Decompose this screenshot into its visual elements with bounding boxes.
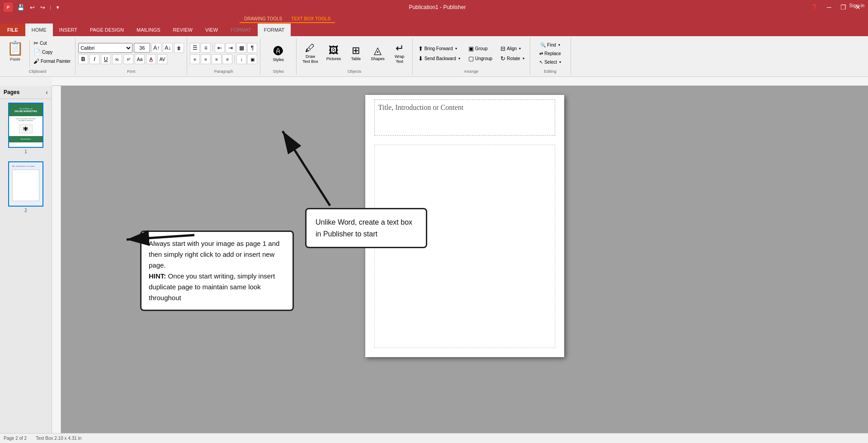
- pictures-button[interactable]: 🖼 Pictures: [323, 44, 344, 63]
- font-name-select[interactable]: Calibri: [78, 43, 132, 53]
- bring-forward-button[interactable]: ⬆ Bring Forward ▾: [415, 44, 463, 53]
- shading-btn[interactable]: ▣: [247, 54, 257, 64]
- para-row1: ☰ ≡ ⇤ ⇥ ▦ ¶: [190, 43, 257, 53]
- send-backward-button[interactable]: ⬇ Send Backward ▾: [415, 54, 463, 63]
- tab-format-drawing[interactable]: FORMAT: [224, 24, 258, 36]
- change-case-btn[interactable]: Aa: [135, 54, 145, 64]
- send-backward-dropdown[interactable]: ▾: [458, 57, 460, 61]
- wrap-text-button[interactable]: ↵ WrapText: [390, 42, 410, 66]
- numbering-btn[interactable]: ≡: [201, 43, 211, 53]
- minimize-btn[interactable]: ─: [823, 3, 835, 12]
- pages-collapse-btn[interactable]: ‹: [46, 89, 48, 96]
- window-title: Publication1 - Publisher: [67, 4, 807, 10]
- replace-icon: ⇄: [539, 51, 543, 56]
- callout-2-text: Unlike Word, create a text box in Publis…: [316, 218, 412, 238]
- line-spacing-btn[interactable]: ↕: [236, 54, 246, 64]
- bring-forward-dropdown[interactable]: ▾: [455, 47, 457, 51]
- find-button[interactable]: 🔍 Find ▾: [538, 41, 562, 49]
- styles-button[interactable]: 🅐 Styles: [270, 44, 286, 63]
- page-1-thumbnail[interactable]: The 5 Pillars of ONLINE MARKETING How to…: [0, 99, 52, 158]
- thumb2-title: Title, Introduction or Content: [11, 164, 41, 168]
- tab-file[interactable]: FILE: [0, 24, 25, 36]
- save-quick-btn[interactable]: 💾: [15, 3, 26, 12]
- page-1-thumb-image: The 5 Pillars of ONLINE MARKETING How to…: [8, 103, 43, 148]
- align-dropdown[interactable]: ▾: [519, 47, 521, 51]
- bullets-btn[interactable]: ☰: [190, 43, 200, 53]
- shapes-button[interactable]: ◬ Shapes: [368, 44, 388, 63]
- cut-button[interactable]: ✂ Cut: [32, 39, 72, 47]
- rotate-label: Rotate: [507, 56, 520, 61]
- drawing-tools-context-label[interactable]: DRAWING TOOLS: [240, 15, 287, 23]
- font-size-decrease-btn[interactable]: A↓: [163, 43, 173, 53]
- tab-home[interactable]: HOME: [25, 24, 53, 36]
- rotate-button[interactable]: ↻ Rotate ▾: [498, 54, 527, 63]
- ruler-vertical: [52, 86, 61, 442]
- superscript-btn[interactable]: x²: [123, 54, 133, 64]
- tab-insert[interactable]: INSERT: [53, 24, 84, 36]
- thumb1-footer: Patrick Flynn: [9, 136, 42, 142]
- canvas-area[interactable]: Title, Introduction or Content Always st…: [61, 86, 868, 442]
- styles-icon: 🅐: [274, 46, 283, 57]
- object-status: Text Box 2.10 x 4.31 in: [36, 436, 81, 441]
- text-box-tools-context-label[interactable]: TEXT BOX TOOLS: [287, 15, 335, 23]
- font-group-label: Font: [127, 68, 135, 74]
- send-backward-icon: ⬇: [418, 55, 423, 62]
- group-button[interactable]: ▣ Group: [466, 44, 495, 53]
- replace-button[interactable]: ⇄ Replace: [537, 50, 564, 57]
- objects-group-label: Objects: [348, 68, 362, 74]
- show-hide-btn[interactable]: ¶: [247, 43, 257, 53]
- clear-format-btn[interactable]: 🗑: [174, 43, 184, 53]
- tab-mailings[interactable]: MAILINGS: [130, 24, 167, 36]
- paste-button[interactable]: 📋 Paste: [3, 39, 28, 68]
- subscript-btn[interactable]: x₂: [112, 54, 122, 64]
- tab-format-textbox[interactable]: FORMAT: [258, 24, 291, 36]
- group-icon: ▣: [468, 45, 474, 52]
- align-center-btn[interactable]: ≡: [201, 54, 211, 64]
- columns-btn[interactable]: ▦: [236, 43, 246, 53]
- para-row2: ≡ ≡ ≡ ≡ ↕ ▣: [190, 54, 257, 64]
- align-button[interactable]: ⊟ Align ▾: [498, 44, 527, 53]
- increase-indent-btn[interactable]: ⇥: [226, 43, 236, 53]
- undo-btn[interactable]: ↩: [28, 3, 37, 12]
- objects-group: 🖊 DrawText Box 🖼 Pictures ⊞ Table ◬ Shap…: [297, 38, 413, 75]
- font-size-input[interactable]: [134, 43, 150, 53]
- select-button[interactable]: ↖ Select ▾: [537, 58, 564, 66]
- context-tabs-row: DRAWING TOOLS TEXT BOX TOOLS: [0, 14, 868, 24]
- align-right-btn[interactable]: ≡: [212, 54, 222, 64]
- text-highlight-btn[interactable]: AV: [157, 54, 167, 64]
- find-label: Find: [547, 42, 556, 47]
- font-size-increase-btn[interactable]: A↑: [151, 43, 161, 53]
- table-button[interactable]: ⊞ Table: [346, 44, 366, 63]
- draw-text-box-button[interactable]: 🖊 DrawText Box: [299, 42, 321, 66]
- paragraph-group: ☰ ≡ ⇤ ⇥ ▦ ¶ ≡ ≡ ≡ ≡ ↕ ▣ Paragraph: [187, 38, 260, 75]
- underline-btn[interactable]: U: [101, 54, 111, 64]
- sign-in-link[interactable]: Sign in: [849, 3, 864, 8]
- thumb1-body: How to Turn Online Connectionsinto Offli…: [9, 116, 42, 136]
- copy-button[interactable]: 📄 Copy: [32, 48, 72, 57]
- ungroup-button[interactable]: ▢ Ungroup: [466, 54, 495, 63]
- tab-review[interactable]: REVIEW: [167, 24, 199, 36]
- page-2-thumbnail[interactable]: Title, Introduction or Content 2: [0, 158, 52, 217]
- restore-btn[interactable]: ❐: [837, 3, 850, 12]
- help-btn[interactable]: ❓: [807, 3, 821, 12]
- format-painter-button[interactable]: 🖌 Format Painter: [32, 57, 72, 66]
- callout-box-1: Always start with your image as page 1 a…: [140, 231, 294, 311]
- title-text-box[interactable]: Title, Introduction or Content: [374, 99, 555, 136]
- main-layout: Pages ‹ The 5 Pillars of ONLINE MARKETIN…: [0, 86, 868, 442]
- justify-btn[interactable]: ≡: [222, 54, 232, 64]
- rotate-dropdown[interactable]: ▾: [523, 57, 524, 61]
- ungroup-label: Ungroup: [475, 56, 492, 61]
- paragraph-group-label: Paragraph: [214, 68, 233, 74]
- italic-btn[interactable]: I: [90, 54, 99, 64]
- tab-page-design[interactable]: PAGE DESIGN: [84, 24, 130, 36]
- bold-btn[interactable]: B: [78, 54, 88, 64]
- decrease-indent-btn[interactable]: ⇤: [215, 43, 225, 53]
- tab-view[interactable]: VIEW: [199, 24, 224, 36]
- arrange-col1: ⬆ Bring Forward ▾ ⬇ Send Backward ▾: [415, 44, 463, 63]
- font-color-btn[interactable]: A: [146, 54, 156, 64]
- pages-title: Pages: [4, 89, 19, 95]
- draw-text-box-label: DrawText Box: [302, 54, 318, 64]
- align-left-btn[interactable]: ≡: [190, 54, 200, 64]
- customize-qat-btn[interactable]: ▼: [54, 4, 62, 11]
- redo-btn[interactable]: ↪: [38, 3, 47, 12]
